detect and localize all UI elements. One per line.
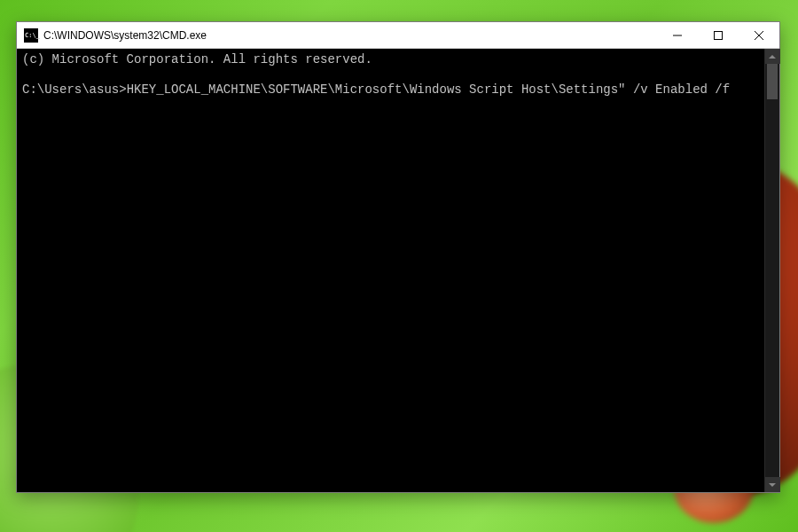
scroll-up-button[interactable] — [765, 49, 780, 64]
minimize-icon — [673, 31, 682, 40]
blank-line — [22, 67, 759, 82]
close-button[interactable] — [739, 22, 779, 49]
client-area: (c) Microsoft Corporation. All rights re… — [17, 49, 779, 492]
scrollbar-thumb[interactable] — [767, 64, 778, 99]
chevron-up-icon — [769, 53, 776, 60]
prompt: C:\Users\asus> — [22, 82, 127, 97]
titlebar[interactable]: C:\WINDOWS\system32\CMD.exe — [17, 22, 779, 49]
close-icon — [755, 31, 763, 40]
svg-rect-0 — [715, 31, 723, 39]
scroll-down-button[interactable] — [765, 477, 780, 492]
terminal-output[interactable]: (c) Microsoft Corporation. All rights re… — [17, 49, 764, 492]
chevron-down-icon — [769, 481, 776, 489]
cmd-icon — [24, 28, 38, 43]
scrollbar-track[interactable] — [765, 64, 779, 477]
maximize-button[interactable] — [698, 22, 739, 49]
minimize-button[interactable] — [657, 22, 698, 49]
cmd-window: C:\WINDOWS\system32\CMD.exe (c) Microsof… — [16, 21, 780, 493]
maximize-icon — [714, 31, 723, 40]
vertical-scrollbar[interactable] — [764, 49, 779, 492]
command-text: HKEY_LOCAL_MACHINE\SOFTWARE\Microsoft\Wi… — [127, 82, 731, 97]
copyright-line: (c) Microsoft Corporation. All rights re… — [22, 52, 372, 66]
window-title: C:\WINDOWS\system32\CMD.exe — [43, 29, 657, 42]
